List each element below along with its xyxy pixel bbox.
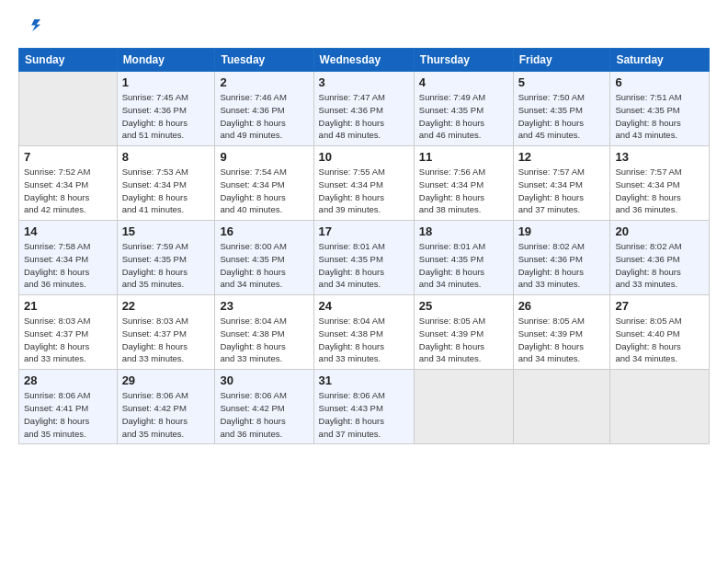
day-number: 20: [615, 224, 704, 238]
day-info: Sunrise: 7:55 AM Sunset: 4:34 PM Dayligh…: [319, 166, 409, 216]
day-number: 4: [419, 75, 508, 89]
day-number: 22: [122, 299, 210, 313]
day-number: 12: [518, 150, 606, 164]
weekday-header-wednesday: Wednesday: [313, 49, 414, 72]
weekday-header-monday: Monday: [117, 49, 215, 72]
day-info: Sunrise: 8:02 AM Sunset: 4:36 PM Dayligh…: [518, 240, 606, 291]
week-row-4: 21Sunrise: 8:03 AM Sunset: 4:37 PM Dayli…: [19, 295, 710, 370]
calendar-cell: 22Sunrise: 8:03 AM Sunset: 4:37 PM Dayli…: [117, 295, 215, 370]
day-number: 18: [419, 224, 508, 238]
day-number: 30: [220, 373, 308, 387]
calendar-cell: 8Sunrise: 7:53 AM Sunset: 4:34 PM Daylig…: [117, 146, 215, 221]
day-number: 31: [319, 373, 409, 387]
calendar-cell: 23Sunrise: 8:04 AM Sunset: 4:38 PM Dayli…: [215, 295, 313, 370]
day-info: Sunrise: 8:06 AM Sunset: 4:43 PM Dayligh…: [319, 389, 409, 440]
day-number: 28: [24, 373, 112, 387]
day-number: 27: [615, 299, 704, 313]
calendar-cell: 26Sunrise: 8:05 AM Sunset: 4:39 PM Dayli…: [513, 295, 610, 370]
calendar: SundayMondayTuesdayWednesdayThursdayFrid…: [18, 48, 710, 444]
weekday-header-saturday: Saturday: [610, 49, 710, 72]
day-info: Sunrise: 8:06 AM Sunset: 4:41 PM Dayligh…: [24, 389, 112, 440]
day-number: 9: [220, 150, 308, 164]
calendar-cell: 13Sunrise: 7:57 AM Sunset: 4:34 PM Dayli…: [610, 146, 710, 221]
day-number: 25: [419, 299, 508, 313]
day-number: 24: [319, 299, 409, 313]
week-row-2: 7Sunrise: 7:52 AM Sunset: 4:34 PM Daylig…: [19, 146, 710, 221]
calendar-cell: 19Sunrise: 8:02 AM Sunset: 4:36 PM Dayli…: [513, 221, 610, 295]
calendar-cell: 15Sunrise: 7:59 AM Sunset: 4:35 PM Dayli…: [117, 221, 215, 295]
day-number: 11: [419, 150, 508, 164]
calendar-cell: [610, 370, 710, 444]
calendar-cell: 12Sunrise: 7:57 AM Sunset: 4:34 PM Dayli…: [513, 146, 610, 221]
day-info: Sunrise: 7:47 AM Sunset: 4:36 PM Dayligh…: [319, 91, 409, 142]
week-row-1: 1Sunrise: 7:45 AM Sunset: 4:36 PM Daylig…: [19, 72, 710, 146]
calendar-cell: [414, 370, 513, 444]
day-info: Sunrise: 8:01 AM Sunset: 4:35 PM Dayligh…: [419, 240, 508, 291]
day-info: Sunrise: 7:46 AM Sunset: 4:36 PM Dayligh…: [220, 91, 308, 142]
day-info: Sunrise: 7:54 AM Sunset: 4:34 PM Dayligh…: [220, 166, 308, 216]
calendar-cell: 4Sunrise: 7:49 AM Sunset: 4:35 PM Daylig…: [414, 72, 513, 146]
weekday-header-tuesday: Tuesday: [215, 49, 313, 72]
day-number: 2: [220, 75, 308, 89]
day-number: 1: [122, 75, 210, 89]
day-number: 29: [122, 373, 210, 387]
weekday-header-friday: Friday: [513, 49, 610, 72]
day-number: 14: [24, 224, 112, 238]
calendar-cell: 1Sunrise: 7:45 AM Sunset: 4:36 PM Daylig…: [117, 72, 215, 146]
calendar-cell: 20Sunrise: 8:02 AM Sunset: 4:36 PM Dayli…: [610, 221, 710, 295]
calendar-cell: 3Sunrise: 7:47 AM Sunset: 4:36 PM Daylig…: [313, 72, 414, 146]
calendar-cell: 25Sunrise: 8:05 AM Sunset: 4:39 PM Dayli…: [414, 295, 513, 370]
calendar-cell: 30Sunrise: 8:06 AM Sunset: 4:42 PM Dayli…: [215, 370, 313, 444]
day-number: 8: [122, 150, 210, 164]
calendar-cell: 29Sunrise: 8:06 AM Sunset: 4:42 PM Dayli…: [117, 370, 215, 444]
day-info: Sunrise: 7:57 AM Sunset: 4:34 PM Dayligh…: [518, 166, 606, 216]
calendar-cell: 17Sunrise: 8:01 AM Sunset: 4:35 PM Dayli…: [313, 221, 414, 295]
day-number: 26: [518, 299, 606, 313]
day-info: Sunrise: 7:51 AM Sunset: 4:35 PM Dayligh…: [615, 91, 704, 142]
header: [18, 15, 710, 39]
weekday-header-row: SundayMondayTuesdayWednesdayThursdayFrid…: [19, 49, 710, 72]
day-number: 3: [319, 75, 409, 89]
calendar-cell: 27Sunrise: 8:05 AM Sunset: 4:40 PM Dayli…: [610, 295, 710, 370]
calendar-cell: 18Sunrise: 8:01 AM Sunset: 4:35 PM Dayli…: [414, 221, 513, 295]
day-number: 15: [122, 224, 210, 238]
day-info: Sunrise: 7:58 AM Sunset: 4:34 PM Dayligh…: [24, 240, 112, 291]
calendar-cell: 7Sunrise: 7:52 AM Sunset: 4:34 PM Daylig…: [19, 146, 118, 221]
day-number: 5: [518, 75, 606, 89]
day-info: Sunrise: 8:04 AM Sunset: 4:38 PM Dayligh…: [220, 315, 308, 365]
day-info: Sunrise: 8:05 AM Sunset: 4:39 PM Dayligh…: [518, 315, 606, 365]
calendar-cell: 14Sunrise: 7:58 AM Sunset: 4:34 PM Dayli…: [19, 221, 118, 295]
calendar-cell: 2Sunrise: 7:46 AM Sunset: 4:36 PM Daylig…: [215, 72, 313, 146]
day-info: Sunrise: 8:03 AM Sunset: 4:37 PM Dayligh…: [24, 315, 112, 365]
day-info: Sunrise: 8:06 AM Sunset: 4:42 PM Dayligh…: [122, 389, 210, 440]
day-info: Sunrise: 8:06 AM Sunset: 4:42 PM Dayligh…: [220, 389, 308, 440]
day-info: Sunrise: 7:49 AM Sunset: 4:35 PM Dayligh…: [419, 91, 508, 142]
day-info: Sunrise: 8:00 AM Sunset: 4:35 PM Dayligh…: [220, 240, 308, 291]
day-info: Sunrise: 7:56 AM Sunset: 4:34 PM Dayligh…: [419, 166, 508, 216]
day-number: 6: [615, 75, 704, 89]
day-info: Sunrise: 8:01 AM Sunset: 4:35 PM Dayligh…: [319, 240, 409, 291]
day-info: Sunrise: 7:57 AM Sunset: 4:34 PM Dayligh…: [615, 166, 704, 216]
logo-icon: [20, 15, 40, 35]
weekday-header-sunday: Sunday: [19, 49, 118, 72]
day-info: Sunrise: 7:59 AM Sunset: 4:35 PM Dayligh…: [122, 240, 210, 291]
calendar-cell: 28Sunrise: 8:06 AM Sunset: 4:41 PM Dayli…: [19, 370, 118, 444]
day-number: 7: [24, 150, 112, 164]
day-number: 10: [319, 150, 409, 164]
day-info: Sunrise: 8:05 AM Sunset: 4:40 PM Dayligh…: [615, 315, 704, 365]
calendar-cell: 6Sunrise: 7:51 AM Sunset: 4:35 PM Daylig…: [610, 72, 710, 146]
svg-marker-0: [31, 19, 40, 31]
day-number: 16: [220, 224, 308, 238]
calendar-cell: 10Sunrise: 7:55 AM Sunset: 4:34 PM Dayli…: [313, 146, 414, 221]
day-info: Sunrise: 8:02 AM Sunset: 4:36 PM Dayligh…: [615, 240, 704, 291]
calendar-cell: [19, 72, 118, 146]
day-info: Sunrise: 7:52 AM Sunset: 4:34 PM Dayligh…: [24, 166, 112, 216]
day-info: Sunrise: 7:45 AM Sunset: 4:36 PM Dayligh…: [122, 91, 210, 142]
day-number: 21: [24, 299, 112, 313]
calendar-cell: 9Sunrise: 7:54 AM Sunset: 4:34 PM Daylig…: [215, 146, 313, 221]
day-number: 19: [518, 224, 606, 238]
logo: [18, 15, 40, 39]
day-info: Sunrise: 8:05 AM Sunset: 4:39 PM Dayligh…: [419, 315, 508, 365]
calendar-cell: 11Sunrise: 7:56 AM Sunset: 4:34 PM Dayli…: [414, 146, 513, 221]
calendar-cell: 24Sunrise: 8:04 AM Sunset: 4:38 PM Dayli…: [313, 295, 414, 370]
